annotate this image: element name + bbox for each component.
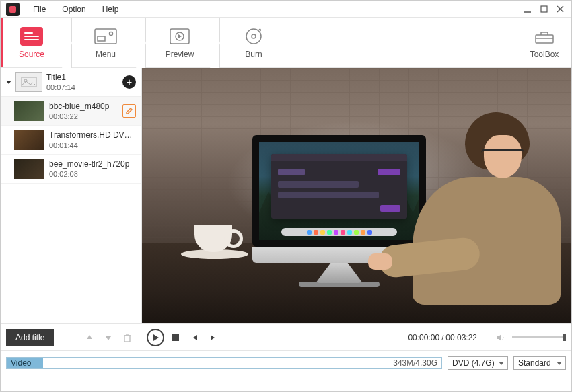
prev-button[interactable] — [187, 330, 202, 345]
clip-duration: 00:01:44 — [49, 141, 136, 149]
clip-duration: 00:02:08 — [49, 170, 136, 178]
svg-rect-11 — [536, 35, 553, 43]
menu-help[interactable]: Help — [94, 1, 127, 17]
content-area: Title1 00:07:14 + bbc-blue_m480p 00:03:2… — [1, 68, 571, 323]
tab-preview[interactable]: Preview — [149, 18, 211, 67]
tab-label: Source — [19, 50, 44, 59]
source-icon — [20, 27, 43, 46]
volume-slider[interactable] — [512, 336, 566, 338]
tab-separator — [211, 18, 223, 67]
svg-rect-18 — [172, 334, 179, 341]
maximize-button[interactable] — [536, 3, 551, 15]
svg-rect-1 — [541, 6, 547, 12]
add-clip-button[interactable]: + — [122, 75, 136, 89]
move-down-button[interactable] — [101, 330, 116, 345]
toolbox-label: ToolBox — [530, 50, 559, 59]
video-preview[interactable] — [142, 68, 571, 323]
svg-rect-5 — [98, 36, 105, 41]
title-name: Title1 — [46, 73, 118, 82]
clip-thumbnail — [14, 159, 44, 179]
window-controls — [520, 3, 567, 15]
app-icon — [6, 3, 20, 16]
capacity-text: 343M/4.30G — [393, 358, 441, 368]
workflow-tabs: Source Menu Preview Burn ToolBox — [1, 18, 571, 68]
svg-rect-15 — [124, 336, 130, 342]
play-icon — [153, 334, 159, 341]
stop-button[interactable] — [168, 330, 183, 345]
quality-select[interactable]: Standard — [513, 356, 566, 370]
clip-name: bbc-blue_m480p — [49, 102, 117, 111]
clip-name: Transformers.HD DVD... — [49, 130, 136, 140]
add-title-button[interactable]: Add title — [6, 329, 54, 346]
delete-button[interactable] — [120, 330, 135, 345]
svg-point-9 — [246, 29, 261, 44]
tab-label: Preview — [166, 50, 194, 59]
clip-thumbnail — [14, 130, 44, 150]
title-group[interactable]: Title1 00:07:14 + — [1, 68, 141, 97]
menubar: File Option Help — [1, 1, 571, 18]
menu-option[interactable]: Option — [54, 1, 94, 17]
burn-icon — [244, 27, 263, 46]
svg-rect-13 — [22, 77, 36, 87]
clip-item[interactable]: bbc-blue_m480p 00:03:22 — [1, 97, 141, 126]
collapse-icon[interactable] — [6, 81, 11, 84]
edit-clip-button[interactable] — [122, 104, 136, 118]
toolbox-button[interactable]: ToolBox — [517, 18, 571, 67]
next-button[interactable] — [206, 330, 221, 345]
volume-control[interactable] — [493, 330, 566, 345]
source-sidebar: Title1 00:07:14 + bbc-blue_m480p 00:03:2… — [1, 68, 142, 323]
svg-point-6 — [110, 32, 113, 35]
minimize-button[interactable] — [520, 3, 535, 15]
tab-separator — [63, 18, 75, 67]
tab-source[interactable]: Source — [1, 18, 63, 67]
bottom-bar: Video 343M/4.30G DVD (4.7G) Standard — [1, 350, 571, 375]
clip-item[interactable]: bee_movie-tlr2_h720p 00:02:08 — [1, 155, 141, 184]
capacity-label: Video — [7, 358, 43, 368]
tab-label: Menu — [96, 50, 116, 59]
preview-frame — [142, 68, 571, 323]
preview-icon — [170, 27, 190, 46]
close-button[interactable] — [552, 3, 567, 15]
tab-menu[interactable]: Menu — [75, 18, 137, 67]
title-thumbnail — [15, 72, 42, 92]
disc-type-select[interactable]: DVD (4.7G) — [448, 356, 508, 370]
clip-thumbnail — [14, 101, 44, 121]
move-up-button[interactable] — [82, 330, 97, 345]
disc-capacity-bar: Video 343M/4.30G — [6, 357, 442, 369]
tab-burn[interactable]: Burn — [223, 18, 285, 67]
controls-bar: Add title 00:00:00 / 00:03:22 — [1, 323, 571, 350]
title-duration: 00:07:14 — [46, 83, 118, 91]
clip-item[interactable]: Transformers.HD DVD... 00:01:44 — [1, 126, 141, 155]
playback-time: 00:00:00 / 00:03:22 — [408, 333, 477, 342]
toolbox-icon — [534, 27, 555, 46]
svg-point-10 — [252, 34, 256, 38]
menu-template-icon — [94, 27, 117, 46]
clip-name: bee_movie-tlr2_h720p — [49, 159, 136, 169]
tab-label: Burn — [245, 50, 262, 59]
volume-icon — [493, 330, 508, 345]
menu-file[interactable]: File — [25, 1, 54, 17]
clip-duration: 00:03:22 — [49, 112, 117, 120]
play-button[interactable] — [147, 329, 164, 346]
tab-separator — [137, 18, 149, 67]
